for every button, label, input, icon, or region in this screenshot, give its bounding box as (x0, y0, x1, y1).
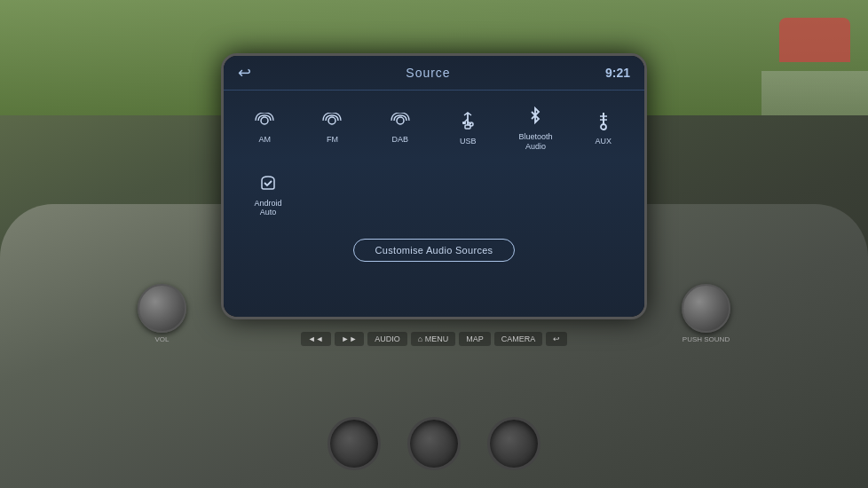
aux-icon (596, 111, 611, 133)
svg-point-0 (261, 117, 268, 124)
fm-label: FM (327, 135, 338, 145)
sound-knob-area: PUSH SOUND (682, 284, 730, 333)
customise-button-wrapper: Customise Audio Sources (224, 230, 644, 271)
source-android-auto[interactable]: AndroidAuto (233, 168, 304, 224)
back-hw-button[interactable]: ↩ (546, 332, 567, 346)
android-auto-label: AndroidAuto (254, 199, 281, 218)
volume-label: VOL (138, 335, 186, 343)
screen-title: Source (406, 66, 450, 80)
source-fm[interactable]: FM (300, 101, 364, 157)
sound-knob[interactable] (682, 284, 730, 333)
audio-button[interactable]: AUDIO (367, 332, 407, 346)
svg-rect-8 (465, 125, 470, 129)
source-aux[interactable]: AUX (572, 101, 635, 157)
am-icon (255, 113, 274, 131)
fm-icon (322, 113, 342, 131)
am-label: AM (258, 135, 271, 145)
volume-knob[interactable] (138, 284, 186, 333)
vent-left (327, 417, 381, 470)
vent-center (407, 417, 461, 470)
volume-knob-area: VOL (138, 284, 186, 333)
bluetooth-label: BluetoothAudio (518, 132, 552, 152)
customise-audio-sources-button[interactable]: Customise Audio Sources (353, 239, 516, 262)
back-button[interactable]: ↩ (238, 63, 251, 83)
map-button[interactable]: MAP (459, 332, 491, 346)
screen-display: ↩ Source 9:21 AM (224, 56, 644, 317)
skip-forward-button[interactable]: ►► (335, 332, 365, 346)
source-usb[interactable]: USB (436, 101, 500, 157)
svg-point-1 (328, 117, 335, 124)
sound-label: PUSH SOUND (682, 335, 730, 343)
android-auto-icon (258, 173, 278, 195)
source-dab[interactable]: DAB (368, 101, 432, 157)
air-vents (327, 417, 541, 470)
source-grid: AM FM (224, 91, 644, 164)
aux-label: AUX (596, 137, 612, 146)
bluetooth-icon (528, 106, 542, 129)
svg-rect-6 (462, 122, 466, 124)
source-am[interactable]: AM (233, 101, 296, 157)
usb-label: USB (460, 137, 477, 146)
screen-time: 9:21 (605, 66, 630, 80)
source-bluetooth[interactable]: BluetoothAudio (503, 101, 567, 157)
skip-back-button[interactable]: ◄◄ (301, 332, 331, 346)
source-row2: AndroidAuto (224, 164, 644, 231)
road-area (761, 71, 868, 115)
dab-label: DAB (392, 135, 409, 145)
camera-button[interactable]: CAMERA (494, 332, 543, 346)
car-silhouette (779, 18, 850, 62)
svg-point-2 (397, 117, 404, 124)
infotainment-screen: ↩ Source 9:21 AM (221, 53, 647, 319)
svg-point-10 (601, 124, 606, 130)
menu-button[interactable]: ⌂ MENU (411, 332, 455, 346)
usb-icon (461, 111, 475, 133)
screen-header: ↩ Source 9:21 (224, 56, 644, 91)
controls-bar: ◄◄ ►► AUDIO ⌂ MENU MAP CAMERA ↩ (221, 332, 647, 346)
vent-right (487, 417, 541, 470)
dab-icon (391, 113, 410, 131)
